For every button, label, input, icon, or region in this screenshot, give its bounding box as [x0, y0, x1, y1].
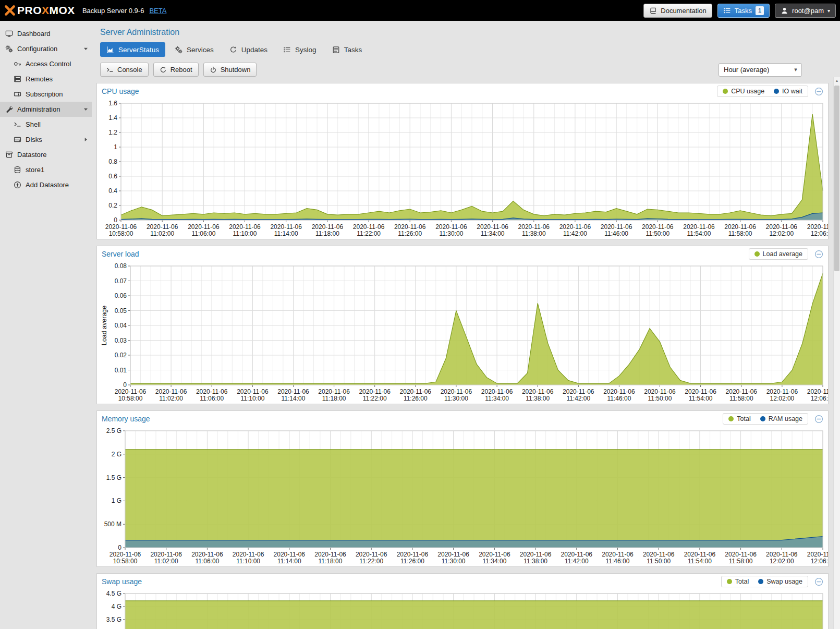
toolbar: ConsoleRebootShutdown Hour (average) ▾	[100, 63, 825, 77]
sidebar-item-disks[interactable]: Disks	[0, 132, 92, 147]
svg-text:11:34:00: 11:34:00	[485, 395, 509, 402]
svg-text:2020-11-06: 2020-11-06	[559, 223, 591, 231]
chevron-down-icon[interactable]	[82, 106, 89, 113]
collapse-panel-icon[interactable]	[814, 415, 823, 424]
console-button[interactable]: Console	[100, 63, 149, 77]
scrollbar-up-icon[interactable]: ▲	[834, 77, 840, 84]
svg-text:11:10:00: 11:10:00	[240, 395, 264, 402]
svg-text:Load average: Load average	[101, 306, 108, 346]
svg-text:4 G: 4 G	[112, 603, 121, 610]
svg-text:2020-11-06: 2020-11-06	[807, 551, 828, 558]
tab-updates[interactable]: Updates	[223, 42, 274, 57]
chevron-down-icon[interactable]	[82, 45, 89, 52]
top-header: PROXMOX Backup Server 0.9-6 BETA Documen…	[0, 0, 840, 21]
proxmox-logo: PROXMOX	[4, 4, 75, 17]
svg-text:2020-11-06: 2020-11-06	[191, 551, 223, 558]
sidebar-item-remotes[interactable]: Remotes	[0, 71, 92, 87]
svg-text:11:06:00: 11:06:00	[195, 558, 219, 565]
time-range-select[interactable]: Hour (average) ▾	[719, 63, 802, 77]
svg-text:11:14:00: 11:14:00	[277, 558, 301, 565]
sidebar-item-label: store1	[26, 166, 89, 174]
vertical-scrollbar[interactable]: ▲	[833, 77, 840, 629]
scrollbar-thumb[interactable]	[834, 86, 839, 271]
svg-text:0.04: 0.04	[115, 322, 127, 329]
svg-text:11:58:00: 11:58:00	[729, 395, 753, 402]
svg-text:11:50:00: 11:50:00	[646, 230, 669, 237]
svg-text:11:46:00: 11:46:00	[607, 395, 631, 402]
svg-text:1.4: 1.4	[108, 114, 117, 122]
panel-title: CPU usage	[102, 87, 139, 95]
svg-text:1: 1	[114, 143, 117, 151]
svg-text:2020-11-06: 2020-11-06	[561, 551, 593, 558]
svg-text:2020-11-06: 2020-11-06	[685, 388, 716, 395]
collapse-panel-icon[interactable]	[814, 577, 823, 586]
svg-text:12:06:00: 12:06:00	[811, 558, 828, 565]
documentation-button[interactable]: Documentation	[643, 4, 712, 18]
svg-text:2020-11-06: 2020-11-06	[725, 551, 757, 558]
legend-dot	[727, 579, 732, 584]
book-icon	[649, 7, 657, 15]
legend-dot	[760, 416, 765, 421]
svg-text:2020-11-06: 2020-11-06	[520, 551, 552, 558]
svg-text:11:38:00: 11:38:00	[522, 230, 546, 237]
user-menu-button[interactable]: root@pam ▾	[775, 4, 836, 18]
legend-label: Load average	[763, 250, 802, 258]
panel-header: Swap usageTotalSwap usage	[97, 574, 828, 589]
svg-text:0.03: 0.03	[115, 337, 127, 344]
legend-label: IO wait	[782, 88, 802, 95]
tab-serverstatus[interactable]: ServerStatus	[100, 42, 165, 57]
list-icon	[283, 46, 291, 54]
svg-text:12:02:00: 12:02:00	[769, 230, 794, 237]
svg-text:1.5 G: 1.5 G	[106, 474, 121, 481]
svg-text:2020-11-06: 2020-11-06	[318, 388, 350, 395]
svg-text:0.08: 0.08	[115, 262, 127, 270]
svg-text:2.5 G: 2.5 G	[106, 427, 121, 434]
tab-tasks[interactable]: Tasks	[326, 42, 369, 57]
reboot-button[interactable]: Reboot	[153, 63, 199, 77]
sidebar-item-access-control[interactable]: Access Control	[0, 56, 92, 71]
tab-label: Tasks	[344, 46, 362, 54]
tab-label: Syslog	[295, 46, 316, 54]
sidebar-item-configuration[interactable]: Configuration	[0, 41, 92, 56]
svg-text:11:58:00: 11:58:00	[728, 230, 752, 237]
sidebar-item-subscription[interactable]: Subscription	[0, 87, 92, 102]
ticket-icon	[14, 90, 21, 98]
svg-text:11:10:00: 11:10:00	[236, 558, 260, 565]
svg-text:0.05: 0.05	[115, 307, 127, 314]
svg-text:11:26:00: 11:26:00	[400, 558, 424, 565]
sidebar-item-datastore[interactable]: Datastore	[0, 147, 92, 162]
sidebar-item-store1[interactable]: store1	[0, 162, 92, 177]
svg-text:2020-11-06: 2020-11-06	[437, 551, 469, 558]
chevron-right-icon[interactable]	[82, 136, 89, 143]
svg-text:2020-11-06: 2020-11-06	[642, 223, 674, 231]
chart-legend: CPU usageIO wait	[717, 86, 808, 97]
tab-syslog[interactable]: Syslog	[277, 42, 323, 57]
svg-text:11:14:00: 11:14:00	[274, 230, 298, 237]
legend-item-load-average: Load average	[754, 250, 802, 258]
beta-link[interactable]: BETA	[149, 7, 166, 15]
shutdown-button[interactable]: Shutdown	[203, 63, 257, 77]
sidebar-item-add-datastore[interactable]: Add Datastore	[0, 177, 92, 192]
svg-text:2020-11-06: 2020-11-06	[441, 388, 472, 395]
svg-text:2020-11-06: 2020-11-06	[563, 388, 594, 395]
tab-label: ServerStatus	[118, 46, 159, 54]
toolbar-buttons: ConsoleRebootShutdown	[100, 63, 261, 77]
sidebar-item-administration[interactable]: Administration	[0, 102, 92, 117]
user-icon	[781, 7, 788, 15]
tab-services[interactable]: Services	[168, 42, 220, 57]
legend-dot	[754, 251, 760, 257]
legend-dot	[774, 89, 779, 94]
sidebar-item-label: Access Control	[26, 60, 89, 68]
collapse-panel-icon[interactable]	[814, 250, 823, 259]
gears-icon	[175, 46, 182, 54]
user-label: root@pam	[792, 7, 824, 15]
svg-text:2020-11-06: 2020-11-06	[724, 223, 756, 231]
tasks-label: Tasks	[735, 7, 752, 15]
tasks-button[interactable]: Tasks 1	[717, 4, 770, 18]
collapse-panel-icon[interactable]	[814, 87, 823, 96]
legend-dot	[728, 416, 734, 421]
sidebar-item-dashboard[interactable]: Dashboard	[0, 26, 92, 41]
chart-area-icon	[106, 46, 114, 54]
sidebar-item-shell[interactable]: Shell	[0, 117, 92, 132]
svg-text:3.5 G: 3.5 G	[106, 616, 121, 623]
